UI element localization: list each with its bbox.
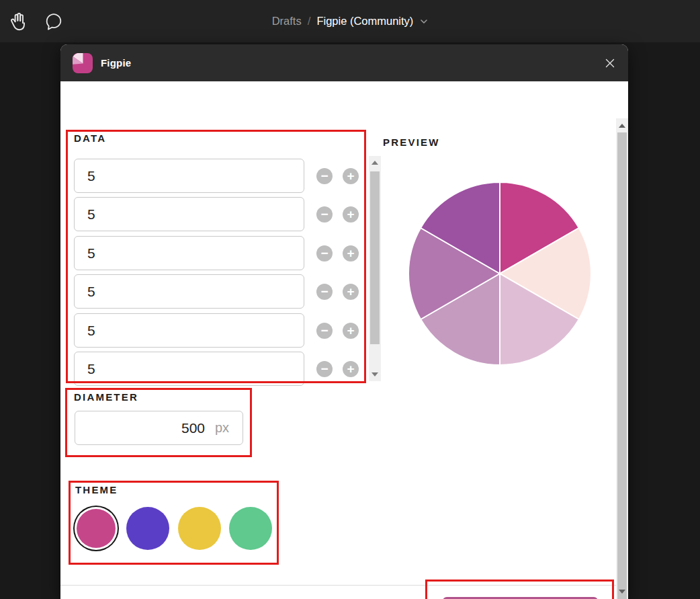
data-value-input[interactable]: [74, 159, 304, 193]
scroll-down-arrow-icon[interactable]: [619, 590, 625, 594]
data-value-row: −+: [74, 159, 363, 193]
data-scrollbar-thumb[interactable]: [370, 171, 380, 344]
decrement-button[interactable]: −: [316, 361, 333, 377]
data-value-input[interactable]: [74, 352, 304, 386]
figpie-logo-icon: [73, 53, 93, 73]
data-value-row: −+: [74, 352, 363, 386]
diameter-value: 500: [86, 420, 205, 436]
pie-chart: [407, 181, 593, 366]
decrement-button[interactable]: −: [316, 245, 333, 262]
data-value-input[interactable]: [74, 313, 304, 348]
data-value-row: −+: [74, 274, 363, 309]
annotation-box-create-button: [425, 580, 614, 599]
pie-chart-preview: [407, 181, 593, 366]
close-icon: [605, 58, 615, 69]
increment-button[interactable]: +: [343, 245, 359, 262]
data-value-input[interactable]: [74, 236, 304, 270]
file-title-menu[interactable]: Figpie (Community): [316, 15, 428, 28]
breadcrumb: Drafts / Figpie (Community): [0, 0, 700, 42]
diameter-section-label: DIAMETER: [74, 391, 138, 403]
data-value-row: −+: [74, 236, 363, 270]
plugin-scrollbar[interactable]: [616, 118, 628, 599]
scroll-up-arrow-icon[interactable]: [619, 124, 625, 128]
increment-button[interactable]: +: [343, 206, 359, 223]
data-section-label: DATA: [74, 132, 106, 144]
increment-button[interactable]: +: [343, 323, 359, 339]
plugin-title: Figpie: [101, 57, 131, 69]
footer-divider: [60, 585, 616, 586]
preview-section-label: PREVIEW: [383, 136, 440, 148]
theme-swatch-group: [69, 481, 279, 565]
chevron-down-icon: [420, 19, 428, 24]
data-value-row: −+: [74, 313, 363, 348]
diameter-input[interactable]: 500 px: [75, 411, 243, 445]
data-values-list: −+−+−+−+−+−+: [74, 159, 363, 386]
theme-swatch-yellow[interactable]: [178, 507, 221, 550]
diameter-unit: px: [205, 420, 233, 436]
data-value-input[interactable]: [74, 274, 304, 309]
scroll-down-arrow-icon[interactable]: [371, 372, 378, 376]
data-value-row: −+: [74, 197, 363, 231]
figpie-plugin-window: Figpie DATA PREVIEW DIAMETER THEME −+−+−…: [60, 44, 628, 599]
decrement-button[interactable]: −: [316, 206, 333, 223]
increment-button[interactable]: +: [343, 361, 359, 377]
data-list-scrollbar[interactable]: [369, 156, 381, 381]
decrement-button[interactable]: −: [316, 323, 333, 339]
plugin-header: Figpie: [60, 44, 628, 81]
breadcrumb-separator: /: [308, 15, 311, 28]
plugin-scrollbar-thumb[interactable]: [617, 132, 627, 599]
scroll-up-arrow-icon[interactable]: [371, 161, 378, 165]
theme-swatch-green[interactable]: [229, 507, 272, 550]
decrement-button[interactable]: −: [316, 168, 333, 184]
file-title: Figpie (Community): [316, 15, 413, 28]
data-value-input[interactable]: [74, 197, 304, 231]
decrement-button[interactable]: −: [316, 284, 333, 300]
figma-toolbar: Drafts / Figpie (Community): [0, 0, 700, 42]
plugin-body: DATA PREVIEW DIAMETER THEME −+−+−+−+−+−+…: [60, 81, 628, 599]
theme-swatch-pink[interactable]: [77, 509, 116, 548]
breadcrumb-folder[interactable]: Drafts: [272, 15, 302, 28]
theme-swatch-purple[interactable]: [126, 507, 169, 550]
increment-button[interactable]: +: [343, 284, 359, 300]
close-plugin-button[interactable]: [603, 56, 617, 70]
increment-button[interactable]: +: [343, 168, 359, 184]
